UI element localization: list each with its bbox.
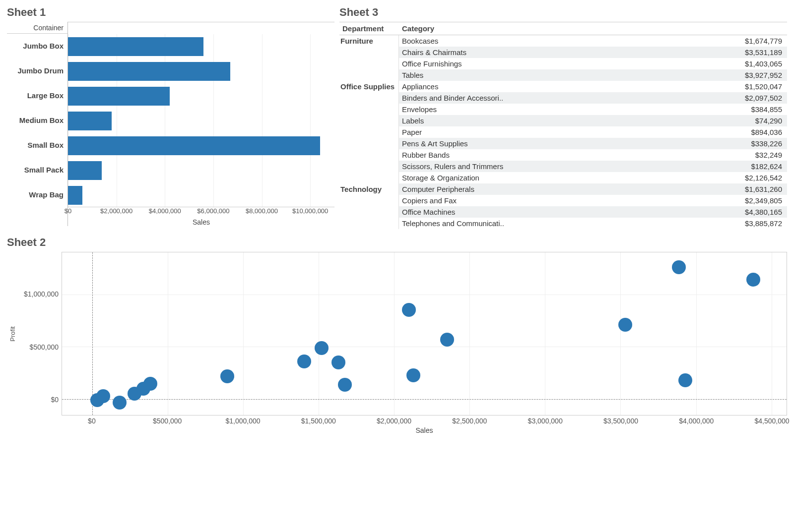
table-cell-department: Technology	[339, 183, 399, 195]
scatter-point[interactable]	[402, 303, 416, 317]
category-label: Large Box	[7, 83, 67, 108]
sheet3-table[interactable]: DepartmentCategoryFurnitureBookcases$1,6…	[339, 22, 787, 229]
x-tick: $4,500,000	[754, 417, 789, 425]
bar[interactable]	[68, 37, 203, 56]
scatter-point[interactable]	[746, 273, 760, 287]
table-cell-category[interactable]: Office Furnishings	[399, 58, 513, 69]
table-header-department[interactable]: Department	[339, 22, 399, 35]
table-cell-department	[339, 172, 399, 183]
table-cell-value[interactable]: $1,403,065	[513, 58, 787, 69]
bar-row	[68, 34, 334, 59]
table-cell-value[interactable]: $3,531,189	[513, 47, 787, 58]
table-cell-category[interactable]: Envelopes	[399, 104, 513, 115]
scatter-point[interactable]	[618, 318, 632, 332]
table-cell-value[interactable]: $1,674,779	[513, 35, 787, 47]
bar[interactable]	[68, 62, 230, 81]
table-cell-value[interactable]: $4,380,165	[513, 206, 787, 218]
y-tick: $0	[51, 396, 59, 404]
table-cell-value[interactable]: $1,631,260	[513, 183, 787, 195]
zero-line-horizontal	[62, 399, 787, 400]
table-cell-category[interactable]: Chairs & Chairmats	[399, 47, 513, 58]
sheet2-y-axis-label: Profit	[7, 252, 18, 415]
bar[interactable]	[68, 112, 112, 130]
table-cell-value[interactable]: $74,290	[513, 115, 787, 126]
bar[interactable]	[68, 87, 170, 106]
table-cell-category[interactable]: Computer Peripherals	[399, 183, 513, 195]
bar-row	[68, 183, 334, 208]
table-header-category[interactable]: Category	[399, 22, 787, 35]
table-cell-value[interactable]: $1,520,047	[513, 81, 787, 92]
table-cell-department	[339, 218, 399, 229]
y-tick: $500,000	[30, 343, 59, 351]
table-cell-value[interactable]: $2,097,502	[513, 92, 787, 104]
table-cell-category[interactable]: Pens & Art Supplies	[399, 138, 513, 149]
scatter-point[interactable]	[440, 333, 454, 347]
sheet2-x-ticks: $0$500,000$1,000,000$1,500,000$2,000,000…	[62, 415, 787, 426]
sheet1-title: Sheet 1	[7, 6, 334, 19]
table-cell-category[interactable]: Scissors, Rulers and Trimmers	[399, 161, 513, 172]
zero-line-vertical	[92, 252, 93, 415]
sheet1-x-axis-label: Sales	[68, 218, 334, 226]
gridline	[62, 295, 787, 295]
table-cell-category[interactable]: Copiers and Fax	[399, 195, 513, 206]
gridline	[545, 252, 545, 415]
scatter-point[interactable]	[220, 369, 234, 383]
sheet1-bar-chart[interactable]: Container Jumbo BoxJumbo DrumLarge BoxMe…	[7, 22, 334, 226]
table-cell-value[interactable]: $32,249	[513, 149, 787, 161]
table-cell-category[interactable]: Appliances	[399, 81, 513, 92]
table-cell-department	[339, 161, 399, 172]
x-tick: $1,000,000	[225, 417, 260, 425]
table-cell-value[interactable]: $894,036	[513, 126, 787, 138]
table-cell-category[interactable]: Paper	[399, 126, 513, 138]
scatter-point[interactable]	[143, 377, 157, 391]
table-cell-value[interactable]: $384,855	[513, 104, 787, 115]
x-tick: $2,000,000	[100, 207, 132, 215]
sheet1-plot-area: $0$2,000,000$4,000,000$6,000,000$8,000,0…	[67, 22, 334, 226]
scatter-point[interactable]	[678, 373, 692, 387]
table-cell-category[interactable]: Tables	[399, 69, 513, 81]
table-cell-value[interactable]: $2,349,805	[513, 195, 787, 206]
gridline	[168, 252, 168, 415]
x-tick: $1,500,000	[301, 417, 336, 425]
scatter-point[interactable]	[96, 389, 110, 403]
scatter-point[interactable]	[297, 355, 311, 368]
sheet2-y-ticks: $0$500,000$1,000,000	[18, 252, 62, 415]
sheet3-title: Sheet 3	[339, 6, 787, 19]
gridline	[620, 252, 621, 415]
scatter-point[interactable]	[672, 260, 686, 274]
scatter-point[interactable]	[331, 355, 345, 369]
table-cell-value[interactable]: $3,885,872	[513, 218, 787, 229]
x-tick: $2,000,000	[377, 417, 411, 425]
table-cell-value[interactable]: $182,624	[513, 161, 787, 172]
gridline	[394, 252, 395, 415]
sheet2-scatter-plot[interactable]	[62, 252, 787, 415]
bar[interactable]	[68, 161, 102, 180]
bar[interactable]	[68, 186, 82, 205]
table-cell-value[interactable]: $2,126,542	[513, 172, 787, 183]
table-cell-category[interactable]: Rubber Bands	[399, 149, 513, 161]
bar[interactable]	[68, 136, 320, 155]
sheet-1: Sheet 1 Container Jumbo BoxJumbo DrumLar…	[7, 5, 334, 229]
table-cell-category[interactable]: Labels	[399, 115, 513, 126]
table-cell-value[interactable]: $3,927,952	[513, 69, 787, 81]
x-tick: $10,000,000	[292, 207, 328, 215]
x-tick: $4,000,000	[149, 207, 181, 215]
table-cell-value[interactable]: $338,226	[513, 138, 787, 149]
gridline	[243, 252, 244, 415]
table-cell-department	[339, 149, 399, 161]
category-label: Jumbo Box	[7, 34, 67, 59]
category-label: Small Box	[7, 133, 67, 158]
scatter-point[interactable]	[113, 396, 127, 410]
sheet-3: Sheet 3 DepartmentCategoryFurnitureBookc…	[339, 5, 787, 229]
x-tick: $0	[88, 417, 96, 425]
scatter-point[interactable]	[315, 341, 329, 355]
table-cell-category[interactable]: Office Machines	[399, 206, 513, 218]
table-cell-category[interactable]: Telephones and Communicati..	[399, 218, 513, 229]
sheet1-category-header: Container	[7, 22, 67, 34]
table-cell-category[interactable]: Bookcases	[399, 35, 513, 47]
table-cell-category[interactable]: Storage & Organization	[399, 172, 513, 183]
scatter-point[interactable]	[338, 378, 352, 392]
table-cell-category[interactable]: Binders and Binder Accessori..	[399, 92, 513, 104]
scatter-point[interactable]	[406, 368, 420, 382]
table-cell-department	[339, 126, 399, 138]
